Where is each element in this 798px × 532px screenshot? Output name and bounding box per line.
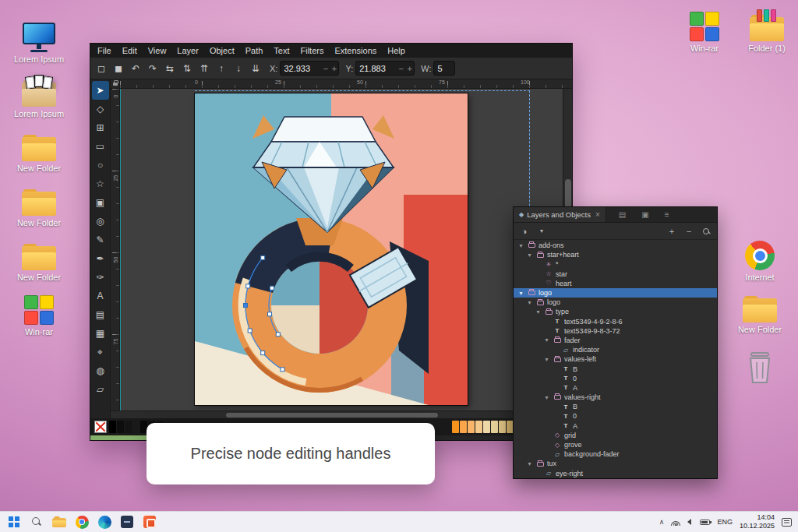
expander-icon[interactable]: ▾ (535, 308, 542, 315)
menu-item[interactable]: File (92, 44, 117, 57)
calligraphy-tool[interactable]: ✑ (92, 268, 109, 287)
desktop-icon[interactable]: Win-rar (676, 9, 733, 53)
flip-horizontal-icon[interactable]: ⇆ (162, 61, 178, 76)
battery-icon[interactable] (700, 520, 710, 525)
lower-icon[interactable]: ↓ (231, 61, 246, 76)
menu-item[interactable]: Edit (117, 44, 143, 57)
color-swatch[interactable] (468, 421, 475, 433)
expander-icon[interactable]: ▾ (526, 252, 533, 259)
expander-icon[interactable]: ▾ (543, 336, 550, 344)
box3d-tool[interactable]: ▣ (92, 193, 109, 212)
tree-row[interactable]: T text5349-9-8-3-72 (514, 326, 717, 336)
color-swatch[interactable] (483, 421, 490, 433)
dropper-tool[interactable]: ⌖ (92, 343, 109, 361)
desktop-icon[interactable]: Lorem Ipsum (11, 20, 67, 64)
x-increment-button[interactable]: + (330, 64, 338, 73)
expander-icon[interactable]: ▾ (517, 290, 524, 297)
rotate-ccw-icon[interactable]: ↶ (128, 61, 143, 76)
tree-row[interactable]: T text5349-4-9-2-8-6 (514, 317, 717, 326)
chrome-icon[interactable] (73, 513, 90, 530)
swatches-tab-icon[interactable]: ▤ (619, 210, 626, 219)
tree-row[interactable]: ▱ indicator (514, 345, 717, 354)
tree-row[interactable]: ▾ fader (514, 336, 717, 345)
panel-tab-layers[interactable]: ◆ Layers and Objects × (514, 207, 606, 222)
desktop-icon[interactable]: New Folder (732, 291, 788, 334)
tree-row[interactable]: ▾ values-right (514, 393, 717, 402)
rotate-cw-icon[interactable]: ↷ (145, 61, 161, 76)
tree-row[interactable]: T B (514, 364, 717, 373)
tree-row[interactable]: T 0 (514, 411, 717, 421)
select-all-icon[interactable]: ◻ (94, 61, 109, 76)
start-icon[interactable] (5, 513, 23, 530)
expander-icon[interactable]: ▾ (526, 299, 533, 306)
desktop-icon[interactable]: Internet (732, 238, 788, 282)
expander-icon[interactable]: ▾ (543, 356, 550, 363)
objects-tab-icon[interactable]: ▣ (641, 210, 648, 219)
tree-row[interactable]: ◇ grid (514, 431, 717, 440)
tree-row[interactable]: ◇ grove (514, 440, 717, 449)
tree-row[interactable]: ▱ background-fader (514, 449, 717, 459)
vertical-ruler[interactable]: 0255075 (111, 89, 120, 410)
star-tool[interactable]: ☆ (92, 174, 109, 193)
desktop-icon[interactable]: New Folder (11, 184, 67, 227)
pen-tool[interactable]: ✒ (92, 249, 109, 268)
notifications-icon[interactable] (782, 518, 792, 527)
dropdown-arrow-icon[interactable]: ▾ (535, 225, 548, 238)
tree-row[interactable]: T B (514, 402, 717, 411)
menu-item[interactable]: Help (382, 44, 411, 57)
desktop-icon[interactable]: New Folder (11, 238, 67, 282)
blend-mode-icon[interactable]: ◑ (518, 225, 531, 238)
menu-item[interactable]: Filters (295, 44, 330, 57)
edge-icon[interactable] (96, 513, 113, 530)
clock[interactable]: 14:04 10.12.2025 (740, 513, 775, 530)
color-swatch[interactable] (109, 421, 116, 433)
expander-icon[interactable]: ▾ (526, 460, 533, 467)
y-decrement-button[interactable]: − (397, 64, 405, 73)
menu-item[interactable]: Layer (171, 44, 204, 57)
mesh-tool[interactable]: ▦ (92, 324, 109, 343)
color-swatch[interactable] (475, 421, 482, 433)
wifi-icon[interactable] (671, 519, 680, 526)
tree-row[interactable]: ☆ star (514, 270, 717, 279)
x-input[interactable] (281, 64, 321, 73)
bucket-tool[interactable]: ◍ (92, 361, 109, 380)
desktop-icon[interactable] (732, 343, 788, 386)
tree-row[interactable]: ▾ logo (514, 298, 717, 307)
color-swatch[interactable] (491, 421, 498, 433)
horizontal-scrollbar-thumb[interactable] (226, 413, 438, 417)
tree-row[interactable]: ▱ eye-right (514, 469, 717, 478)
tree-row[interactable]: T A (514, 383, 717, 393)
canvas[interactable] (120, 89, 563, 410)
gradient-tool[interactable]: ▤ (92, 305, 109, 324)
volume-icon[interactable] (687, 519, 691, 525)
ellipse-tool[interactable]: ○ (92, 156, 109, 174)
menu-item[interactable]: Extensions (329, 44, 382, 57)
search-icon[interactable] (700, 225, 712, 238)
color-swatch[interactable] (499, 421, 506, 433)
menu-item[interactable]: Path (240, 44, 269, 57)
tree-row[interactable]: T 0 (514, 374, 717, 383)
selector-tool[interactable]: ➤ (92, 81, 109, 100)
no-color-swatch[interactable] (94, 421, 107, 433)
add-layer-icon[interactable]: + (666, 225, 678, 238)
tree-row[interactable]: ✳ * (514, 259, 717, 269)
explorer-icon[interactable] (51, 513, 68, 530)
desktop-icon[interactable]: Folder (1) (739, 9, 795, 53)
desktop-icon[interactable]: Lorem Ipsum (11, 75, 67, 118)
shape-builder-tool[interactable]: ⊞ (92, 118, 109, 137)
tree-row[interactable]: ▾ type (514, 307, 717, 316)
node-tool[interactable]: ◇ (92, 100, 109, 118)
color-swatch[interactable] (125, 421, 132, 433)
y-input[interactable] (356, 64, 397, 73)
export-tab-icon[interactable]: ≡ (665, 210, 669, 219)
color-swatch[interactable] (460, 421, 467, 433)
eraser-tool[interactable]: ▱ (92, 380, 109, 399)
horizontal-scrollbar[interactable] (111, 410, 572, 418)
expander-icon[interactable]: ▾ (517, 242, 524, 249)
tree-row[interactable]: T A (514, 421, 717, 431)
remove-layer-icon[interactable]: − (683, 225, 695, 238)
tree-row[interactable]: ▾ values-left (514, 354, 717, 364)
raise-icon[interactable]: ↑ (214, 61, 229, 76)
color-swatch[interactable] (132, 421, 139, 433)
color-swatch[interactable] (452, 421, 459, 433)
